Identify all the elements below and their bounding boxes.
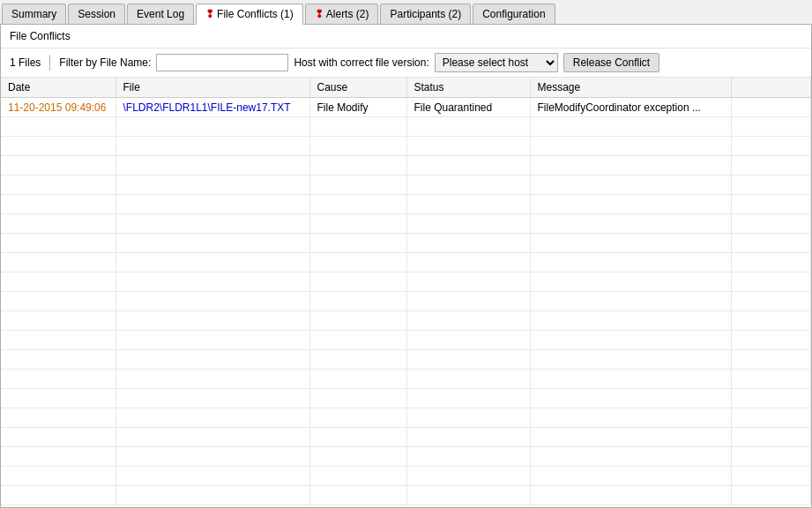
tab-summary-label: Summary (11, 8, 56, 20)
section-title: File Conflicts (10, 30, 71, 42)
alert-icon: ❢ (205, 8, 214, 20)
col-header-status: Status (406, 78, 530, 98)
table-row (1, 447, 811, 467)
tab-participants-label: Participants (2) (390, 8, 461, 20)
tab-alerts[interactable]: ❢Alerts (2) (305, 4, 379, 24)
table-row (1, 370, 811, 389)
tab-configuration[interactable]: Configuration (473, 4, 555, 24)
section-header: File Conflicts (1, 25, 811, 49)
host-label: Host with correct file version: (294, 56, 428, 69)
tab-event-log[interactable]: Event Log (127, 4, 194, 24)
toolbar: 1 Files Filter by File Name: Host with c… (1, 49, 811, 78)
table-body: 11-20-2015 09:49:06 \FLDR2\FLDR1L1\FILE-… (1, 98, 811, 505)
table-row[interactable]: 11-20-2015 09:49:06 \FLDR2\FLDR1L1\FILE-… (1, 98, 811, 117)
table-row (1, 117, 811, 137)
table-row (1, 467, 811, 486)
alert-icon-alerts: ❢ (315, 8, 324, 20)
table-row (1, 408, 811, 428)
table-row (1, 214, 811, 234)
table-row (1, 311, 811, 331)
cell-cause: File Modify (309, 98, 406, 117)
filter-input[interactable] (156, 54, 288, 71)
file-count-label: 1 Files (10, 56, 41, 69)
table-row (1, 137, 811, 156)
tab-session-label: Session (78, 8, 115, 20)
table-row (1, 253, 811, 273)
tab-file-conflicts-label: File Conflicts (1) (217, 8, 294, 20)
table-header-row: Date File Cause Status Message (1, 78, 811, 98)
col-header-date: Date (1, 78, 115, 98)
col-header-cause: Cause (309, 78, 406, 98)
table-row (1, 176, 811, 195)
table-row (1, 486, 811, 505)
table-row (1, 156, 811, 176)
tab-alerts-label: Alerts (2) (326, 8, 369, 20)
table-row (1, 273, 811, 292)
table-row (1, 331, 811, 350)
table-row (1, 292, 811, 311)
content-area: File Conflicts 1 Files Filter by File Na… (0, 25, 812, 508)
col-header-file: File (115, 78, 309, 98)
conflicts-table: Date File Cause Status Message 11-20-201… (1, 78, 811, 505)
table-row (1, 350, 811, 370)
tab-file-conflicts[interactable]: ❢File Conflicts (1) (196, 4, 303, 25)
toolbar-divider (49, 55, 50, 71)
cell-file: \FLDR2\FLDR1L1\FILE-new17.TXT (115, 98, 309, 117)
table-container: Date File Cause Status Message 11-20-201… (1, 78, 811, 507)
filter-label: Filter by File Name: (59, 56, 151, 69)
tab-session[interactable]: Session (68, 4, 125, 24)
table-row (1, 428, 811, 447)
cell-message: FileModifyCoordinator exception ... (530, 98, 732, 117)
host-select[interactable]: Please select host (435, 53, 558, 72)
tab-participants[interactable]: Participants (2) (380, 4, 471, 24)
col-header-message: Message (530, 78, 732, 98)
tab-bar: Summary Session Event Log ❢File Conflict… (0, 0, 812, 25)
cell-date: 11-20-2015 09:49:06 (1, 98, 115, 117)
cell-extra (732, 98, 811, 117)
tab-configuration-label: Configuration (482, 8, 545, 20)
release-conflict-button[interactable]: Release Conflict (563, 53, 659, 72)
table-row (1, 234, 811, 253)
tab-event-log-label: Event Log (137, 8, 184, 20)
table-row (1, 195, 811, 214)
table-row (1, 389, 811, 408)
cell-status: File Quarantined (406, 98, 530, 117)
tab-summary[interactable]: Summary (2, 4, 66, 24)
col-header-extra (732, 78, 811, 98)
